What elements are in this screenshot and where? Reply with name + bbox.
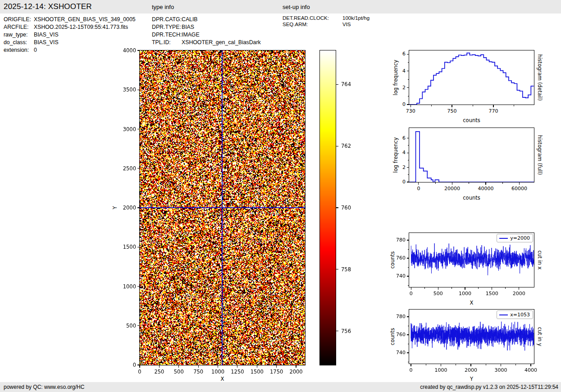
colorbar-tick-label: 764 (341, 81, 351, 87)
hist_full-y-tick-label: 2 (379, 164, 406, 170)
hist_detail-y-tick-label: 4 (379, 68, 406, 74)
main-plot-x-tick (276, 365, 277, 368)
hist_detail-y-tick (407, 71, 409, 71)
cut-x-xaxis-label: X (409, 300, 534, 306)
main-plot-x-tick (218, 365, 218, 368)
field-value: XSHOO.2025-12-15T09:55:41.773.fits (34, 24, 128, 30)
hist_full-x-minor-tick (435, 182, 436, 184)
type-info-row: TPL.ID:XSHOOTER_gen_cal_BiasDark (152, 39, 261, 46)
main-plot-y-tick (137, 325, 140, 326)
cut_y-x-tick-label: 3000 (487, 367, 514, 373)
colorbar-frame (319, 50, 336, 365)
main-plot-y-tick-label: 2500 (109, 165, 136, 172)
cut_y-y-tick (407, 334, 409, 335)
cut_x-y-tick-label: 780 (379, 237, 406, 243)
cut_y-x-minor-tick (426, 364, 426, 365)
main-plot-x-tick (237, 365, 237, 368)
field-value: BIAS_VIS (34, 39, 59, 46)
cut_x-x-tick (438, 287, 438, 290)
hist_detail-y-tick (407, 54, 409, 55)
hist_full-y-tick-label: 0 (379, 179, 406, 185)
colorbar-tick-label: 762 (341, 143, 351, 149)
hist_full-x-tick-label: 0 (405, 186, 432, 191)
field-value: VIS (342, 22, 351, 27)
file-info-row: extension:0 (4, 47, 37, 53)
cut_x-x-minor-tick (478, 287, 479, 289)
cut_y-x-tick (441, 364, 441, 366)
main-plot-y-tick (137, 286, 140, 287)
main-plot-y-tick (137, 168, 140, 169)
main-plot-y-tick-label: 4000 (109, 47, 136, 54)
field-label: do_class: (4, 39, 34, 46)
cut_y-y-minor-tick (408, 362, 409, 362)
field-value: BIAS (182, 24, 194, 30)
main-plot-x-tick (159, 365, 160, 368)
hist_full-x-tick (519, 182, 520, 185)
hist_full-line (409, 132, 534, 182)
colorbar-tick (336, 207, 338, 208)
hist_detail-y-minor-tick (408, 96, 409, 96)
hist_full-y-minor-tick (408, 160, 409, 160)
cut_y-x-tick (470, 364, 471, 366)
type-info-row: DPR.CATG:CALIB (152, 16, 198, 23)
cut_y-x-tick-label: 2000 (457, 367, 484, 373)
hist_detail-x-minor-tick (514, 105, 514, 106)
field-label: DET.READ.CLOCK: (283, 15, 342, 21)
main-plot-x-tick (139, 365, 140, 368)
hist-full-side-label: histogram (full) (537, 126, 543, 184)
field-label: DPR.CATG: (152, 16, 182, 23)
colorbar-tick (336, 331, 338, 331)
hist_detail-x-tick-label: 730 (397, 108, 424, 114)
hist_full-x-minor-tick (469, 182, 469, 184)
cut_y-x-tick (501, 364, 501, 366)
cut_y-y-tick (407, 352, 409, 353)
main-plot-y-tick (137, 90, 140, 90)
hist_full-y-tick (407, 153, 409, 153)
colorbar-tick-label: 756 (341, 328, 351, 334)
hist-detail-yaxis-label: log frequency (392, 50, 399, 105)
setup-info-heading: set-up info (283, 4, 310, 10)
hist_full-y-tick (407, 167, 409, 168)
cut_y-x-tick (530, 364, 531, 366)
cut_x-y-tick (407, 258, 409, 258)
hist_full-x-tick (485, 182, 486, 185)
hist_full-y-tick (407, 138, 409, 138)
field-value: XSHOOTER_gen_cal_BiasDark (182, 39, 261, 46)
cut_y-x-minor-tick (456, 364, 456, 365)
cut_x-x-minor-tick (452, 287, 452, 289)
main-xaxis-label: X (140, 376, 305, 382)
hist_detail-line (409, 53, 534, 105)
page-title: 2025-12-14: XSHOOTER (4, 2, 92, 11)
hist_full-x-tick-label: 60000 (506, 186, 533, 191)
field-label: SEQ.ARM: (283, 22, 342, 27)
cut_y-y-tick-label: 740 (379, 350, 406, 356)
cut_y-frame (409, 309, 534, 364)
hist-full-xaxis-label: counts (409, 195, 534, 201)
cut_x-x-tick (411, 287, 411, 290)
footer-left-text: powered by QC: www.eso.org/HC (4, 384, 84, 390)
field-label: TPL.ID: (152, 39, 182, 46)
main-plot-y-tick-label: 500 (109, 323, 136, 329)
colorbar-tick (336, 269, 338, 269)
setup-info-row: DET.READ.CLOCK:100k/1pt/hg (283, 15, 369, 21)
file-info-row: ORIGFILE:XSHOOTER_GEN_BIAS_VIS_349_0005 (4, 16, 136, 23)
hist_full-x-tick-label: 40000 (472, 186, 499, 191)
main-plot-y-tick (137, 207, 140, 208)
cut_x-y-tick (407, 276, 409, 276)
hist_detail-x-tick (452, 105, 452, 107)
cut_x-frame (409, 232, 534, 287)
cut_x-x-minor-tick (424, 287, 425, 289)
hist_detail-x-tick-label: 750 (438, 108, 465, 114)
cut_x-x-tick-label: 2000 (506, 291, 533, 296)
colorbar-tick (336, 84, 338, 85)
hist_full-y-minor-tick (408, 145, 409, 146)
cut_y-y-tick-label: 760 (379, 332, 406, 337)
type-info-row: DPR.TYPE:BIAS (152, 24, 194, 30)
cut_x-y-tick (407, 240, 409, 240)
footer-right-text: created by qc_rawdisp.py v1.2.3 on 2025-… (420, 384, 558, 390)
field-label: extension: (4, 47, 34, 53)
main-plot-y-tick-label: 1500 (109, 244, 136, 250)
cut_y-y-minor-tick (408, 344, 409, 344)
main-plot-y-tick-label: 2000 (109, 205, 136, 211)
hist_detail-x-tick (410, 105, 411, 107)
